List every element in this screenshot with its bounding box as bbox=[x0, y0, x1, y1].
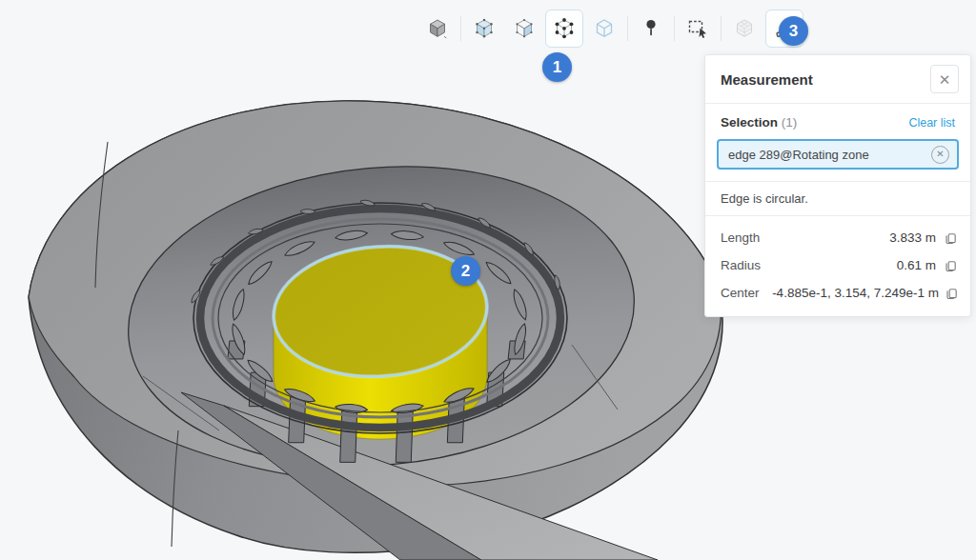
panel-title: Measurement bbox=[721, 71, 813, 88]
step-badge-2: 2 bbox=[451, 256, 480, 286]
step-badge-1: 1 bbox=[542, 52, 572, 82]
cube-face-select-icon bbox=[513, 17, 536, 40]
clear-list-link[interactable]: Clear list bbox=[908, 116, 955, 130]
toolbar-separator bbox=[721, 16, 722, 41]
wireframe-cube-icon bbox=[593, 17, 616, 40]
selection-label-text: Selection bbox=[721, 115, 778, 130]
copy-value-button[interactable] bbox=[945, 285, 959, 302]
mesh-view-button[interactable] bbox=[725, 10, 763, 48]
wireframe-view-button[interactable] bbox=[585, 10, 623, 48]
copy-value-button[interactable] bbox=[942, 230, 959, 247]
toolbar-separator bbox=[674, 16, 675, 41]
measurement-label: Radius bbox=[721, 258, 789, 272]
measurement-value: 0.61 m bbox=[789, 258, 936, 272]
measurement-label: Length bbox=[721, 230, 789, 245]
hidden-edges-view-button[interactable] bbox=[465, 10, 503, 48]
remove-selection-button[interactable]: ✕ bbox=[931, 146, 949, 164]
solid-cube-button[interactable] bbox=[418, 10, 457, 48]
solid-cube-icon bbox=[426, 17, 449, 40]
mesh-cube-icon bbox=[733, 17, 756, 40]
selection-count: (1) bbox=[782, 115, 798, 130]
selection-header-row: Selection (1) Clear list bbox=[705, 104, 970, 135]
cube-hidden-edges-icon bbox=[473, 17, 496, 40]
box-select-button[interactable] bbox=[679, 10, 717, 48]
face-select-button[interactable] bbox=[505, 10, 543, 48]
simscale-viewer: 2 bbox=[0, 0, 976, 560]
measurement-results: Length 3.833 m Radius 0.61 m bbox=[705, 216, 970, 316]
probe-point-button[interactable] bbox=[632, 10, 670, 48]
close-panel-button[interactable]: ✕ bbox=[930, 65, 959, 93]
cube-vertex-select-icon bbox=[553, 17, 576, 40]
vertex-select-button[interactable] bbox=[545, 10, 583, 48]
measurement-row-length: Length 3.833 m bbox=[721, 224, 959, 251]
copy-value-button[interactable] bbox=[942, 257, 959, 274]
box-select-icon bbox=[686, 17, 709, 40]
toolbar-separator bbox=[627, 16, 628, 41]
step-badge-3: 3 bbox=[779, 16, 808, 46]
toolbar-separator bbox=[460, 16, 461, 41]
selection-label: Selection (1) bbox=[721, 115, 797, 130]
measurement-row-radius: Radius 0.61 m bbox=[721, 251, 959, 279]
viewer-toolbar bbox=[417, 10, 804, 48]
measurement-value: -4.885e-1, 3.154, 7.249e-1 m bbox=[772, 286, 939, 300]
measurement-panel: Measurement ✕ Selection (1) Clear list e… bbox=[704, 54, 971, 317]
edge-type-note: Edge is circular. bbox=[705, 182, 970, 215]
selected-entity-chip[interactable]: edge 289@Rotating zone ✕ bbox=[717, 139, 959, 170]
measurement-panel-header: Measurement ✕ bbox=[705, 55, 970, 103]
copy-icon bbox=[945, 286, 959, 300]
measurement-label: Center bbox=[721, 286, 772, 300]
copy-icon bbox=[944, 230, 958, 245]
measurement-value: 3.833 m bbox=[789, 230, 936, 245]
probe-point-icon bbox=[640, 17, 662, 40]
measurement-row-center: Center -4.885e-1, 3.154, 7.249e-1 m bbox=[721, 279, 959, 307]
copy-icon bbox=[944, 258, 958, 272]
selected-entity-name: edge 289@Rotating zone bbox=[728, 148, 931, 162]
